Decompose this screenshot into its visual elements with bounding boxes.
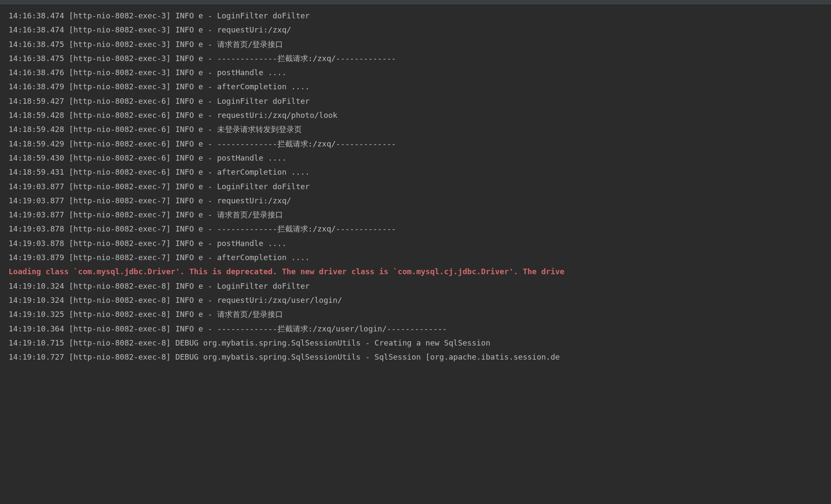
log-line: 14:19:10.324 [http-nio-8082-exec-8] INFO… bbox=[9, 293, 822, 307]
log-line: 14:16:38.479 [http-nio-8082-exec-3] INFO… bbox=[9, 79, 822, 94]
log-line: 14:18:59.429 [http-nio-8082-exec-6] INFO… bbox=[9, 137, 822, 151]
log-line: 14:18:59.428 [http-nio-8082-exec-6] INFO… bbox=[9, 122, 822, 136]
log-line: 14:18:59.427 [http-nio-8082-exec-6] INFO… bbox=[9, 94, 822, 108]
log-line: 14:19:03.877 [http-nio-8082-exec-7] INFO… bbox=[9, 179, 822, 193]
log-line: 14:19:03.878 [http-nio-8082-exec-7] INFO… bbox=[9, 222, 822, 236]
log-line: 14:18:59.431 [http-nio-8082-exec-6] INFO… bbox=[9, 165, 822, 179]
log-line: 14:16:38.475 [http-nio-8082-exec-3] INFO… bbox=[9, 51, 822, 65]
log-line: 14:19:03.877 [http-nio-8082-exec-7] INFO… bbox=[9, 208, 822, 222]
log-line: 14:18:59.430 [http-nio-8082-exec-6] INFO… bbox=[9, 151, 822, 165]
log-line: 14:19:10.715 [http-nio-8082-exec-8] DEBU… bbox=[9, 336, 822, 350]
log-line: 14:19:10.325 [http-nio-8082-exec-8] INFO… bbox=[9, 307, 822, 321]
log-line: 14:16:38.475 [http-nio-8082-exec-3] INFO… bbox=[9, 37, 822, 51]
log-line: 14:19:10.364 [http-nio-8082-exec-8] INFO… bbox=[9, 322, 822, 336]
log-line: 14:16:38.474 [http-nio-8082-exec-3] INFO… bbox=[9, 9, 822, 23]
log-line: 14:19:03.879 [http-nio-8082-exec-7] INFO… bbox=[9, 250, 822, 264]
console-output[interactable]: 14:16:38.474 [http-nio-8082-exec-3] INFO… bbox=[9, 5, 822, 364]
log-line: 14:16:38.474 [http-nio-8082-exec-3] INFO… bbox=[9, 23, 822, 37]
log-line: 14:19:10.727 [http-nio-8082-exec-8] DEBU… bbox=[9, 350, 822, 364]
log-line: 14:18:59.428 [http-nio-8082-exec-6] INFO… bbox=[9, 108, 822, 122]
warning-line: Loading class `com.mysql.jdbc.Driver'. T… bbox=[9, 264, 822, 278]
log-line: 14:16:38.476 [http-nio-8082-exec-3] INFO… bbox=[9, 65, 822, 79]
log-line: 14:19:03.877 [http-nio-8082-exec-7] INFO… bbox=[9, 193, 822, 208]
log-line: 14:19:03.878 [http-nio-8082-exec-7] INFO… bbox=[9, 236, 822, 250]
console-top-bar bbox=[0, 0, 831, 5]
log-line: 14:19:10.324 [http-nio-8082-exec-8] INFO… bbox=[9, 279, 822, 293]
